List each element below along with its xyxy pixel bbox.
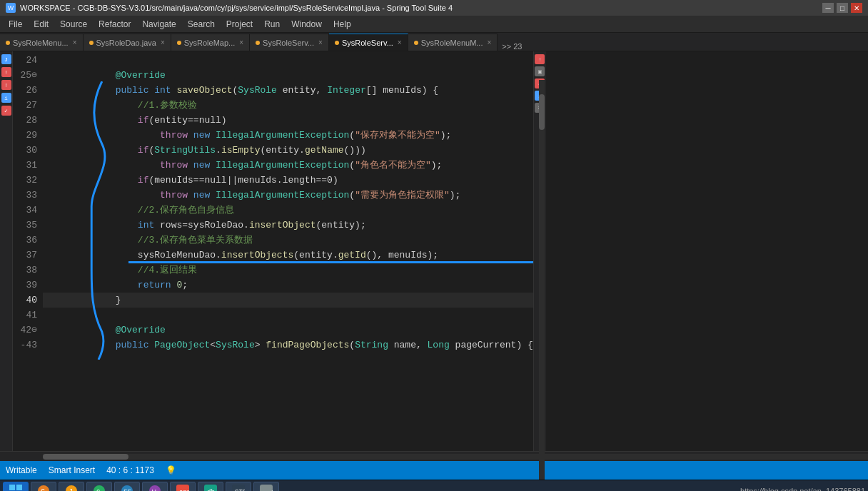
menu-source[interactable]: Source bbox=[54, 18, 93, 31]
tab-close-icon[interactable]: × bbox=[239, 39, 243, 46]
comment-36: //3.保存角色菜单关系数据 bbox=[138, 233, 253, 248]
line-num-24: 24 bbox=[13, 53, 37, 68]
tab-close-icon[interactable]: × bbox=[73, 39, 77, 46]
app-icon: W bbox=[6, 3, 16, 13]
menu-run[interactable]: Run bbox=[258, 18, 286, 31]
code-line-39: return 0; bbox=[43, 278, 533, 293]
annotation-override: @Override bbox=[116, 68, 166, 83]
title-bar: W WORKSPACE - CGB-DB-SYS-V3.01/src/main/… bbox=[0, 0, 868, 16]
taskbar-app-9[interactable]: cmd bbox=[253, 482, 279, 492]
line-num-36: 36 bbox=[13, 233, 37, 248]
menu-refactor[interactable]: Refactor bbox=[93, 18, 136, 31]
taskbar-app-3[interactable]: G bbox=[86, 482, 112, 492]
tab-overflow[interactable]: >> 23 bbox=[498, 42, 526, 51]
taskbar-app-2[interactable]: J bbox=[59, 482, 84, 492]
svg-text:STS: STS bbox=[235, 489, 245, 492]
tab-sysroleserv1[interactable]: SysRoleServ... × bbox=[250, 34, 329, 51]
tab-label: SysRoleMenuM... bbox=[421, 39, 483, 47]
taskbar-app-7[interactable]: db bbox=[198, 482, 223, 492]
tab-label: SysRoleServ... bbox=[263, 39, 314, 47]
hscroll-thumb[interactable] bbox=[43, 454, 128, 460]
line-num-39: 39 bbox=[13, 278, 37, 293]
tab-sysrolemap[interactable]: SysRoleMap... × bbox=[171, 34, 250, 51]
tab-sysroleserv2[interactable]: SysRoleServ... × bbox=[329, 34, 408, 51]
line-num-42: 42⊖ bbox=[13, 323, 37, 338]
svg-text:app: app bbox=[179, 489, 189, 492]
tab-close-icon[interactable]: × bbox=[318, 39, 323, 46]
tab-label: SysRoleDao.java bbox=[96, 39, 156, 47]
maximize-button[interactable]: □ bbox=[837, 3, 848, 13]
code-line-25: @Override bbox=[43, 68, 533, 83]
tab-dot bbox=[177, 41, 181, 45]
windows-icon bbox=[9, 484, 23, 492]
overflow-label: >> bbox=[502, 42, 513, 51]
svg-text:J: J bbox=[69, 488, 73, 492]
right-panel: ! ▣ ✓ i ≡ bbox=[533, 51, 546, 451]
code-line-41 bbox=[43, 308, 533, 323]
taskbar: C J G FF W app db STS cmd https://blog.c… bbox=[0, 480, 868, 491]
close-button[interactable]: ✕ bbox=[851, 3, 862, 13]
svg-text:W: W bbox=[152, 489, 156, 492]
menu-search[interactable]: Search bbox=[182, 18, 221, 31]
right-icon-2: ▣ bbox=[535, 66, 545, 76]
comment-38: //4.返回结果 bbox=[138, 263, 197, 278]
window-controls[interactable]: ─ □ ✕ bbox=[822, 3, 862, 13]
gutter-icon-1: J bbox=[1, 54, 11, 64]
line-num-29: 29 bbox=[13, 128, 37, 143]
svg-rect-1 bbox=[16, 485, 22, 490]
comment-27: //1.参数校验 bbox=[138, 98, 197, 113]
tab-sysroledao[interactable]: SysRoleDao.java × bbox=[84, 34, 171, 51]
taskbar-app-5[interactable]: W bbox=[142, 482, 168, 492]
tab-label: SysRoleMap... bbox=[184, 39, 236, 47]
taskbar-app-4[interactable]: FF bbox=[114, 482, 140, 492]
start-button[interactable] bbox=[3, 482, 29, 492]
code-line-42: @Override bbox=[43, 323, 533, 338]
line-num-28: 28 bbox=[13, 113, 37, 128]
kw-return: return bbox=[138, 278, 171, 293]
menu-file[interactable]: File bbox=[3, 18, 28, 31]
scrollbar-track[interactable] bbox=[539, 80, 545, 480]
menu-window[interactable]: Window bbox=[286, 18, 328, 31]
line-num-40: 40 bbox=[13, 293, 37, 308]
position-label: 40 : 6 : 1173 bbox=[106, 465, 154, 475]
menu-navigate[interactable]: Navigate bbox=[136, 18, 181, 31]
taskbar-app-1[interactable]: C bbox=[31, 482, 56, 492]
menu-help[interactable]: Help bbox=[328, 18, 357, 31]
tab-dot bbox=[6, 41, 10, 45]
right-icon-1: ! bbox=[535, 54, 545, 64]
window-title: WORKSPACE - CGB-DB-SYS-V3.01/src/main/ja… bbox=[20, 4, 453, 12]
tab-close-icon[interactable]: × bbox=[487, 39, 491, 46]
line-num-33: 33 bbox=[13, 188, 37, 203]
minimize-button[interactable]: ─ bbox=[822, 3, 834, 13]
tab-dot bbox=[89, 41, 94, 45]
tab-label: SysRoleServ... bbox=[342, 39, 393, 47]
kw-new-29: new bbox=[193, 128, 210, 143]
tab-sysrolemenumapper[interactable]: SysRoleMenuM... × bbox=[408, 34, 498, 51]
tab-sysrolemenu[interactable]: SysRoleMenu... × bbox=[0, 34, 84, 51]
left-gutter: J ! ! i ✓ bbox=[0, 51, 13, 451]
svg-rect-0 bbox=[9, 485, 15, 490]
hscrollbar[interactable] bbox=[0, 451, 868, 461]
menu-project[interactable]: Project bbox=[221, 18, 258, 31]
line-num-32: 32 bbox=[13, 173, 37, 188]
hscroll-track[interactable] bbox=[43, 454, 868, 460]
writable-label: Writable bbox=[6, 465, 37, 475]
comment-34: //2.保存角色自身信息 bbox=[138, 203, 234, 218]
svg-text:C: C bbox=[41, 488, 45, 492]
kw-public-43: public bbox=[116, 338, 149, 353]
scrollbar-thumb[interactable] bbox=[539, 94, 545, 130]
status-bulb-icon: 💡 bbox=[166, 465, 176, 475]
taskbar-app-8[interactable]: STS bbox=[226, 482, 251, 492]
overflow-count: 23 bbox=[513, 42, 522, 51]
code-line-43: public PageObject<SysRole> findPageObjec… bbox=[43, 338, 533, 353]
tab-close-icon[interactable]: × bbox=[398, 39, 402, 46]
code-area[interactable]: @Override public int saveObject(SysRole … bbox=[43, 51, 533, 451]
menu-edit[interactable]: Edit bbox=[28, 18, 54, 31]
tab-close-icon[interactable]: × bbox=[161, 39, 165, 46]
line-num-37: 37 bbox=[13, 248, 37, 263]
kw-int-35: int bbox=[138, 218, 154, 233]
kw-new-33: new bbox=[193, 188, 210, 203]
status-insert-mode: Smart Insert bbox=[49, 465, 95, 475]
taskbar-app-6[interactable]: app bbox=[170, 482, 196, 492]
line-num-34: 34 bbox=[13, 203, 37, 218]
